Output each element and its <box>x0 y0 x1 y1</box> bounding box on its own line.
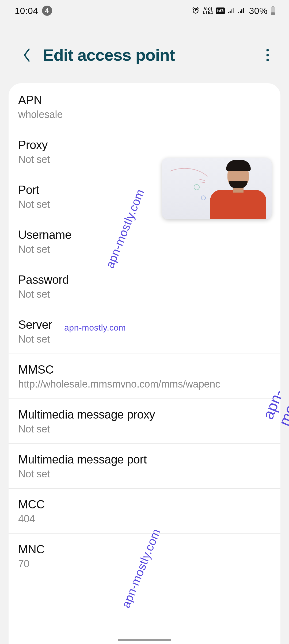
status-time: 10:04 <box>15 6 38 16</box>
field-value: 404 <box>18 513 271 525</box>
svg-point-7 <box>201 196 206 200</box>
field-value: wholesale <box>18 109 271 120</box>
battery-icon <box>270 6 276 15</box>
svg-point-4 <box>266 54 269 56</box>
field-label: Username <box>18 228 271 241</box>
field-username[interactable]: Username Not set <box>9 219 280 264</box>
header: Edit access point <box>0 21 289 83</box>
5g-icon: 5G <box>216 7 225 14</box>
more-vertical-icon <box>266 49 269 61</box>
field-mnc[interactable]: MNC 70 <box>9 534 280 578</box>
field-label: Proxy <box>18 138 271 152</box>
svg-point-3 <box>266 49 269 51</box>
field-server[interactable]: Server Not set <box>9 309 280 354</box>
field-label: Multimedia message proxy <box>18 408 271 421</box>
field-label: APN <box>18 93 271 107</box>
field-value: http://wholesale.mmsmvno.com/mms/wapenc <box>18 378 271 390</box>
field-label: Password <box>18 273 271 286</box>
signal-2-icon <box>238 7 245 14</box>
field-value: Not set <box>18 333 271 345</box>
field-value: Not set <box>18 423 271 435</box>
notification-count-badge: 4 <box>42 6 52 16</box>
field-password[interactable]: Password Not set <box>9 264 280 309</box>
page-title: Edit access point <box>43 45 260 64</box>
chevron-left-icon <box>22 48 32 63</box>
field-apn[interactable]: APN wholesale <box>9 84 280 129</box>
svg-rect-2 <box>271 12 275 15</box>
field-mmsc[interactable]: MMSC http://wholesale.mmsmvno.com/mms/wa… <box>9 354 280 399</box>
field-value: Not set <box>18 289 271 300</box>
signal-1-icon <box>227 7 235 14</box>
field-label: Server <box>18 318 271 331</box>
svg-rect-0 <box>272 6 274 7</box>
status-bar: 10:04 4 Vo))LTE1 5G 30% <box>0 0 289 21</box>
field-value: 70 <box>18 558 271 570</box>
whiteboard-scribbles <box>167 163 210 211</box>
field-label: MNC <box>18 543 271 556</box>
svg-point-5 <box>266 59 269 61</box>
gesture-nav-handle[interactable] <box>118 639 171 641</box>
status-left: 10:04 4 <box>15 6 52 16</box>
status-right: Vo))LTE1 5G 30% <box>191 6 276 16</box>
svg-point-6 <box>194 185 199 190</box>
field-label: Multimedia message port <box>18 453 271 466</box>
more-options-button[interactable] <box>260 47 276 63</box>
field-mms-port[interactable]: Multimedia message port Not set <box>9 444 280 489</box>
battery-percent: 30% <box>249 6 268 16</box>
field-value: Not set <box>18 244 271 255</box>
pip-person <box>210 168 266 219</box>
picture-in-picture-window[interactable] <box>162 158 272 219</box>
back-button[interactable] <box>19 47 35 63</box>
alarm-icon <box>191 6 200 15</box>
field-mcc[interactable]: MCC 404 <box>9 489 280 534</box>
field-value: Not set <box>18 468 271 480</box>
field-label: MMSC <box>18 363 271 376</box>
field-mms-proxy[interactable]: Multimedia message proxy Not set <box>9 399 280 444</box>
field-label: MCC <box>18 498 271 511</box>
volte-icon: Vo))LTE1 <box>203 7 213 14</box>
